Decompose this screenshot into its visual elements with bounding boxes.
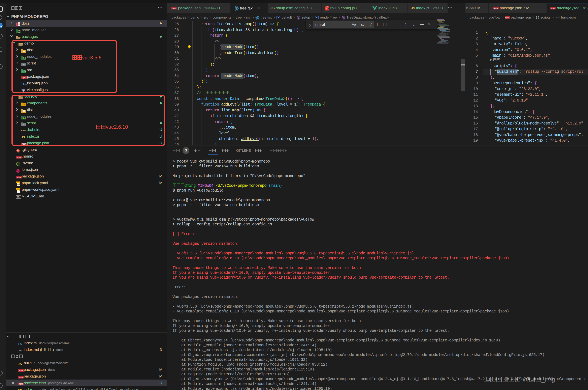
svg-text:JS: JS	[17, 163, 19, 165]
svg-text:JS: JS	[18, 31, 20, 32]
